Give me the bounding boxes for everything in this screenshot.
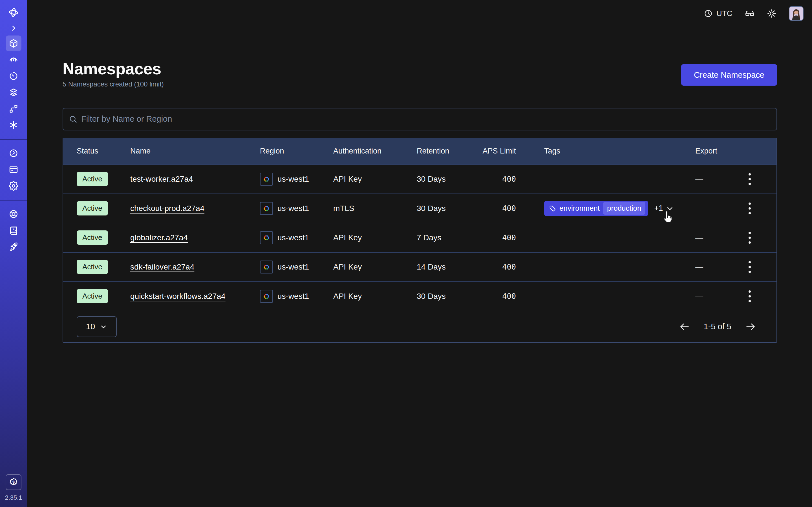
asterisk-icon bbox=[9, 120, 18, 130]
timer-icon bbox=[9, 71, 18, 81]
aps-limit-value: 400 bbox=[481, 233, 516, 242]
region-label: us-west1 bbox=[277, 175, 309, 184]
namespace-link[interactable]: checkout-prod.a27a4 bbox=[130, 204, 204, 213]
dollar-badge-icon: $ bbox=[9, 477, 18, 487]
theme-toggle-button[interactable] bbox=[767, 9, 776, 18]
sidebar-divider bbox=[0, 200, 27, 201]
namespace-link[interactable]: quickstart-workflows.a27a4 bbox=[130, 292, 225, 300]
row-actions-menu-button[interactable] bbox=[746, 258, 754, 276]
expand-sidebar-button[interactable] bbox=[6, 21, 21, 35]
gcp-cloud-icon bbox=[260, 231, 273, 244]
sidebar-item-batch[interactable] bbox=[6, 84, 21, 100]
page-size-value: 10 bbox=[86, 322, 95, 331]
gauge-icon bbox=[9, 149, 18, 158]
sidebar-item-settings[interactable] bbox=[6, 178, 21, 194]
main-content: Namespaces 5 Namespaces created (100 lim… bbox=[27, 27, 812, 343]
aps-limit-value: 400 bbox=[481, 263, 516, 271]
monitor-eye-icon bbox=[9, 55, 18, 64]
row-actions-menu-button[interactable] bbox=[746, 229, 754, 246]
row-actions-menu-button[interactable] bbox=[746, 200, 754, 217]
namespace-count-subtitle: 5 Namespaces created (100 limit) bbox=[63, 80, 164, 88]
gear-icon bbox=[9, 181, 18, 191]
namespace-link[interactable]: test-worker.a27a4 bbox=[130, 175, 193, 183]
row-actions-menu-button[interactable] bbox=[746, 170, 754, 188]
auth-label: API Key bbox=[333, 233, 417, 242]
next-page-button[interactable] bbox=[745, 321, 756, 332]
status-badge: Active bbox=[77, 260, 108, 274]
topbar: UTC bbox=[27, 0, 812, 27]
gcp-cloud-icon bbox=[260, 261, 273, 274]
sidebar-divider bbox=[0, 139, 27, 140]
retention-label: 30 Days bbox=[417, 204, 481, 213]
sidebar-item-support[interactable] bbox=[6, 206, 21, 222]
export-value: — bbox=[695, 175, 730, 184]
sun-icon bbox=[767, 9, 776, 18]
user-avatar[interactable] bbox=[789, 6, 804, 21]
status-badge: Active bbox=[77, 230, 108, 245]
glasses-icon bbox=[745, 9, 755, 18]
page-size-select[interactable]: 10 bbox=[77, 316, 117, 337]
sidebar-item-docs[interactable] bbox=[6, 223, 21, 238]
col-status: Status bbox=[77, 147, 130, 156]
tag-key: environment bbox=[559, 204, 600, 213]
status-badge: Active bbox=[77, 201, 108, 216]
pricing-calculator-button[interactable]: $ bbox=[6, 474, 21, 490]
page-header: Namespaces 5 Namespaces created (100 lim… bbox=[63, 60, 777, 88]
sidebar-item-billing[interactable] bbox=[6, 162, 21, 177]
search-icon bbox=[69, 115, 77, 123]
auth-label: API Key bbox=[333, 292, 417, 301]
timezone-selector[interactable]: UTC bbox=[704, 9, 732, 18]
arrow-left-icon bbox=[679, 321, 690, 332]
sidebar-item-nexus[interactable] bbox=[6, 117, 21, 133]
table-row: Active quickstart-workflows.a27a4 us-wes… bbox=[63, 281, 776, 311]
col-aps-limit: APS Limit bbox=[481, 147, 516, 156]
export-value: — bbox=[695, 292, 730, 301]
cube-icon bbox=[9, 39, 18, 48]
rocket-icon bbox=[9, 242, 18, 251]
sidebar-item-deployments[interactable] bbox=[6, 101, 21, 117]
col-name: Name bbox=[130, 147, 260, 156]
namespace-link[interactable]: sdk-failover.a27a4 bbox=[130, 263, 194, 271]
export-value: — bbox=[695, 263, 730, 272]
previous-page-button[interactable] bbox=[679, 321, 690, 332]
namespace-link[interactable]: globalizer.a27a4 bbox=[130, 233, 188, 242]
gcp-cloud-icon bbox=[260, 173, 273, 186]
sidebar-item-schedules[interactable] bbox=[6, 68, 21, 84]
credit-card-icon bbox=[9, 165, 18, 174]
table-row: Active globalizer.a27a4 us-west1 API Key… bbox=[63, 223, 776, 252]
temporal-logo-icon bbox=[8, 7, 19, 18]
sidebar-item-usage[interactable] bbox=[6, 145, 21, 161]
page-title: Namespaces bbox=[63, 60, 164, 78]
branch-icon bbox=[9, 104, 18, 114]
col-region: Region bbox=[260, 147, 333, 156]
pagination-range: 1-5 of 5 bbox=[704, 322, 731, 331]
labs-toggle-button[interactable] bbox=[745, 9, 755, 18]
sidebar: $ 2.35.1 bbox=[0, 0, 27, 507]
layers-icon bbox=[9, 88, 18, 97]
aps-limit-value: 400 bbox=[481, 292, 516, 300]
sidebar-item-monitoring[interactable] bbox=[6, 52, 21, 68]
region-label: us-west1 bbox=[277, 263, 309, 272]
status-badge: Active bbox=[77, 289, 108, 303]
table-row: Active test-worker.a27a4 us-west1 API Ke… bbox=[63, 164, 776, 193]
col-retention: Retention bbox=[417, 147, 481, 156]
col-tags: Tags bbox=[516, 147, 695, 156]
tag-pill[interactable]: environment production bbox=[544, 201, 648, 216]
filter-input[interactable] bbox=[81, 114, 771, 124]
sidebar-item-namespaces[interactable] bbox=[6, 36, 21, 51]
tags-expand-button[interactable]: +1 bbox=[654, 204, 674, 213]
chevron-down-icon bbox=[666, 204, 674, 213]
lifebuoy-icon bbox=[9, 209, 18, 219]
export-value: — bbox=[695, 204, 730, 213]
auth-label: mTLS bbox=[333, 204, 417, 213]
tag-value: production bbox=[603, 202, 645, 215]
temporal-logo[interactable] bbox=[6, 4, 21, 21]
aps-limit-value: 400 bbox=[481, 175, 516, 183]
filter-bar bbox=[63, 108, 777, 130]
sidebar-bottom: $ 2.35.1 bbox=[5, 474, 22, 507]
create-namespace-button[interactable]: Create Namespace bbox=[681, 64, 777, 86]
tags-more-count: +1 bbox=[654, 204, 663, 213]
sidebar-item-getting-started[interactable] bbox=[6, 239, 21, 255]
row-actions-menu-button[interactable] bbox=[746, 288, 754, 305]
svg-text:$: $ bbox=[12, 480, 15, 485]
